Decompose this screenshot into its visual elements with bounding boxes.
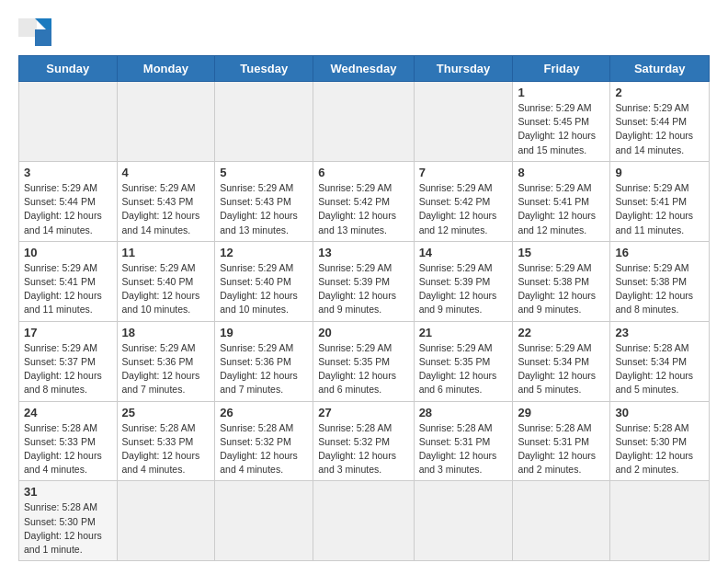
svg-marker-2 bbox=[35, 29, 51, 46]
calendar-cell bbox=[117, 481, 215, 561]
calendar-cell bbox=[313, 481, 414, 561]
day-number: 10 bbox=[24, 246, 112, 259]
svg-rect-0 bbox=[18, 18, 37, 37]
day-info: Sunrise: 5:29 AM Sunset: 5:41 PM Dayligh… bbox=[24, 261, 112, 317]
day-info: Sunrise: 5:29 AM Sunset: 5:43 PM Dayligh… bbox=[220, 181, 308, 237]
calendar: SundayMondayTuesdayWednesdayThursdayFrid… bbox=[18, 55, 710, 561]
day-number: 21 bbox=[419, 326, 508, 339]
weekday-header-saturday: Saturday bbox=[610, 56, 710, 82]
weekday-header-sunday: Sunday bbox=[19, 56, 118, 82]
day-number: 11 bbox=[122, 246, 210, 259]
calendar-cell: 24Sunrise: 5:28 AM Sunset: 5:33 PM Dayli… bbox=[19, 401, 118, 481]
day-number: 26 bbox=[220, 406, 308, 419]
day-info: Sunrise: 5:28 AM Sunset: 5:31 PM Dayligh… bbox=[518, 421, 605, 477]
day-info: Sunrise: 5:29 AM Sunset: 5:44 PM Dayligh… bbox=[24, 181, 112, 237]
week-row-4: 17Sunrise: 5:29 AM Sunset: 5:37 PM Dayli… bbox=[19, 321, 710, 401]
calendar-cell: 28Sunrise: 5:28 AM Sunset: 5:31 PM Dayli… bbox=[414, 401, 513, 481]
day-info: Sunrise: 5:29 AM Sunset: 5:36 PM Dayligh… bbox=[122, 341, 210, 397]
calendar-cell: 23Sunrise: 5:28 AM Sunset: 5:34 PM Dayli… bbox=[610, 321, 710, 401]
calendar-cell: 16Sunrise: 5:29 AM Sunset: 5:38 PM Dayli… bbox=[610, 241, 710, 321]
week-row-3: 10Sunrise: 5:29 AM Sunset: 5:41 PM Dayli… bbox=[19, 241, 710, 321]
calendar-cell bbox=[414, 481, 513, 561]
day-info: Sunrise: 5:29 AM Sunset: 5:36 PM Dayligh… bbox=[220, 341, 308, 397]
day-info: Sunrise: 5:28 AM Sunset: 5:32 PM Dayligh… bbox=[220, 421, 308, 477]
day-info: Sunrise: 5:29 AM Sunset: 5:34 PM Dayligh… bbox=[518, 341, 605, 397]
day-info: Sunrise: 5:29 AM Sunset: 5:41 PM Dayligh… bbox=[518, 181, 605, 237]
logo-icon bbox=[18, 18, 51, 46]
day-info: Sunrise: 5:28 AM Sunset: 5:34 PM Dayligh… bbox=[615, 341, 704, 397]
day-number: 30 bbox=[615, 406, 704, 419]
day-info: Sunrise: 5:29 AM Sunset: 5:39 PM Dayligh… bbox=[419, 261, 508, 317]
day-number: 18 bbox=[122, 326, 210, 339]
calendar-cell: 12Sunrise: 5:29 AM Sunset: 5:40 PM Dayli… bbox=[215, 241, 313, 321]
day-number: 27 bbox=[318, 406, 408, 419]
calendar-cell: 1Sunrise: 5:29 AM Sunset: 5:45 PM Daylig… bbox=[513, 82, 610, 162]
day-number: 8 bbox=[518, 166, 605, 179]
day-number: 13 bbox=[318, 246, 408, 259]
day-info: Sunrise: 5:28 AM Sunset: 5:30 PM Dayligh… bbox=[24, 500, 112, 557]
calendar-cell: 18Sunrise: 5:29 AM Sunset: 5:36 PM Dayli… bbox=[117, 321, 215, 401]
logo bbox=[18, 18, 57, 46]
day-number: 7 bbox=[419, 166, 508, 179]
day-number: 23 bbox=[615, 326, 704, 339]
day-info: Sunrise: 5:29 AM Sunset: 5:35 PM Dayligh… bbox=[318, 341, 408, 397]
calendar-cell: 5Sunrise: 5:29 AM Sunset: 5:43 PM Daylig… bbox=[215, 161, 313, 241]
calendar-cell: 10Sunrise: 5:29 AM Sunset: 5:41 PM Dayli… bbox=[19, 241, 118, 321]
day-number: 6 bbox=[318, 166, 408, 179]
day-number: 25 bbox=[122, 406, 210, 419]
week-row-5: 24Sunrise: 5:28 AM Sunset: 5:33 PM Dayli… bbox=[19, 401, 710, 481]
calendar-cell bbox=[215, 481, 313, 561]
calendar-cell: 22Sunrise: 5:29 AM Sunset: 5:34 PM Dayli… bbox=[513, 321, 610, 401]
calendar-cell: 19Sunrise: 5:29 AM Sunset: 5:36 PM Dayli… bbox=[215, 321, 313, 401]
calendar-cell: 29Sunrise: 5:28 AM Sunset: 5:31 PM Dayli… bbox=[513, 401, 610, 481]
week-row-2: 3Sunrise: 5:29 AM Sunset: 5:44 PM Daylig… bbox=[19, 161, 710, 241]
calendar-cell: 17Sunrise: 5:29 AM Sunset: 5:37 PM Dayli… bbox=[19, 321, 118, 401]
week-row-1: 1Sunrise: 5:29 AM Sunset: 5:45 PM Daylig… bbox=[19, 82, 710, 162]
calendar-cell bbox=[117, 82, 215, 162]
day-number: 4 bbox=[122, 166, 210, 179]
day-info: Sunrise: 5:29 AM Sunset: 5:39 PM Dayligh… bbox=[318, 261, 408, 317]
calendar-cell: 9Sunrise: 5:29 AM Sunset: 5:41 PM Daylig… bbox=[610, 161, 710, 241]
day-info: Sunrise: 5:29 AM Sunset: 5:40 PM Dayligh… bbox=[220, 261, 308, 317]
calendar-cell: 8Sunrise: 5:29 AM Sunset: 5:41 PM Daylig… bbox=[513, 161, 610, 241]
day-number: 24 bbox=[24, 406, 112, 419]
day-info: Sunrise: 5:29 AM Sunset: 5:38 PM Dayligh… bbox=[615, 261, 704, 317]
day-info: Sunrise: 5:28 AM Sunset: 5:30 PM Dayligh… bbox=[615, 421, 704, 477]
day-number: 29 bbox=[518, 406, 605, 419]
day-info: Sunrise: 5:28 AM Sunset: 5:33 PM Dayligh… bbox=[122, 421, 210, 477]
day-number: 19 bbox=[220, 326, 308, 339]
day-number: 31 bbox=[24, 485, 112, 499]
calendar-cell: 2Sunrise: 5:29 AM Sunset: 5:44 PM Daylig… bbox=[610, 82, 710, 162]
day-number: 22 bbox=[518, 326, 605, 339]
day-number: 3 bbox=[24, 166, 112, 179]
day-number: 28 bbox=[419, 406, 508, 419]
day-info: Sunrise: 5:29 AM Sunset: 5:38 PM Dayligh… bbox=[518, 261, 605, 317]
calendar-cell: 20Sunrise: 5:29 AM Sunset: 5:35 PM Dayli… bbox=[313, 321, 414, 401]
day-number: 14 bbox=[419, 246, 508, 259]
day-number: 1 bbox=[518, 86, 605, 99]
day-info: Sunrise: 5:29 AM Sunset: 5:37 PM Dayligh… bbox=[24, 341, 112, 397]
day-info: Sunrise: 5:29 AM Sunset: 5:42 PM Dayligh… bbox=[318, 181, 408, 237]
day-info: Sunrise: 5:29 AM Sunset: 5:42 PM Dayligh… bbox=[419, 181, 508, 237]
weekday-header-tuesday: Tuesday bbox=[215, 56, 313, 82]
calendar-cell: 4Sunrise: 5:29 AM Sunset: 5:43 PM Daylig… bbox=[117, 161, 215, 241]
weekday-header-wednesday: Wednesday bbox=[313, 56, 414, 82]
day-info: Sunrise: 5:28 AM Sunset: 5:32 PM Dayligh… bbox=[318, 421, 408, 477]
weekday-header-thursday: Thursday bbox=[414, 56, 513, 82]
day-number: 9 bbox=[615, 166, 704, 179]
weekday-header-friday: Friday bbox=[513, 56, 610, 82]
calendar-cell: 21Sunrise: 5:29 AM Sunset: 5:35 PM Dayli… bbox=[414, 321, 513, 401]
calendar-cell: 27Sunrise: 5:28 AM Sunset: 5:32 PM Dayli… bbox=[313, 401, 414, 481]
calendar-cell: 7Sunrise: 5:29 AM Sunset: 5:42 PM Daylig… bbox=[414, 161, 513, 241]
calendar-cell: 11Sunrise: 5:29 AM Sunset: 5:40 PM Dayli… bbox=[117, 241, 215, 321]
calendar-cell bbox=[215, 82, 313, 162]
calendar-cell: 3Sunrise: 5:29 AM Sunset: 5:44 PM Daylig… bbox=[19, 161, 118, 241]
day-info: Sunrise: 5:29 AM Sunset: 5:40 PM Dayligh… bbox=[122, 261, 210, 317]
day-info: Sunrise: 5:28 AM Sunset: 5:31 PM Dayligh… bbox=[419, 421, 508, 477]
day-info: Sunrise: 5:29 AM Sunset: 5:35 PM Dayligh… bbox=[419, 341, 508, 397]
day-info: Sunrise: 5:28 AM Sunset: 5:33 PM Dayligh… bbox=[24, 421, 112, 477]
day-number: 15 bbox=[518, 246, 605, 259]
calendar-cell: 26Sunrise: 5:28 AM Sunset: 5:32 PM Dayli… bbox=[215, 401, 313, 481]
day-number: 5 bbox=[220, 166, 308, 179]
calendar-cell: 6Sunrise: 5:29 AM Sunset: 5:42 PM Daylig… bbox=[313, 161, 414, 241]
